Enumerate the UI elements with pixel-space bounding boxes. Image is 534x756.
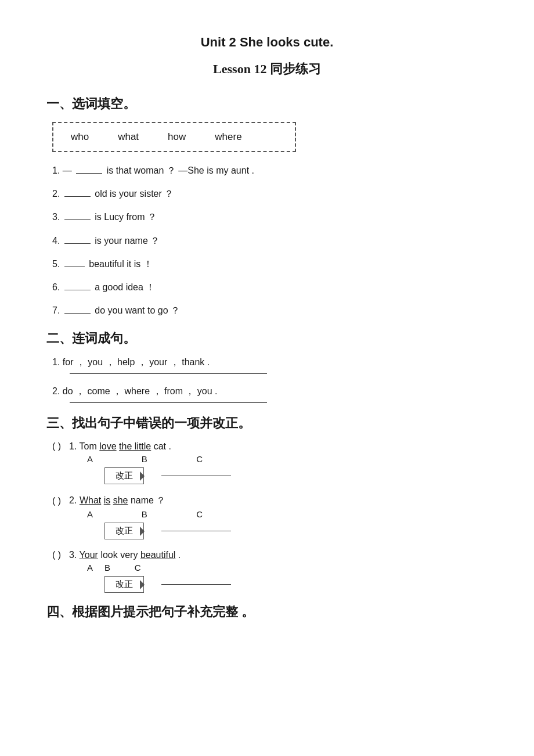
error-q1-paren[interactable]: ( ) <box>52 441 61 452</box>
error-q2-underline-a: What <box>80 495 101 505</box>
q7-num: 7. do you want to go ？ <box>52 305 180 315</box>
q6-num: 6. a good idea ！ <box>52 282 155 292</box>
q1-blank[interactable] <box>76 173 102 174</box>
q2-num: 2. old is your sister ？ <box>52 189 174 199</box>
error-q1-abc: A B C <box>87 454 488 464</box>
q1: 1. — is that woman ？ —She is my aunt . <box>52 163 488 178</box>
q4-num: 4. is your name ？ <box>52 236 160 246</box>
error-q1-correction: 改正 <box>104 467 488 484</box>
section3-heading: 三、找出句子中错误的一项并改正。 <box>46 415 488 432</box>
section4-heading: 四、根据图片提示把句子补充完整 。 <box>46 603 488 621</box>
s2-q2-num: 2. do ， come ， where ， from ， you . <box>52 386 218 396</box>
correction-answer-line-2[interactable] <box>161 531 231 531</box>
section2-heading: 二、连词成句。 <box>46 330 488 347</box>
error-q3-row: ( ) 3. Your look very beautiful . <box>52 550 488 560</box>
section1-questions: 1. — is that woman ？ —She is my aunt . 2… <box>52 163 488 318</box>
q3-blank[interactable] <box>64 219 91 220</box>
correction-box-2: 改正 <box>104 523 144 539</box>
s2-q1: 1. for ， you ， help ， your ， thank . <box>52 357 488 369</box>
error-q3: ( ) 3. Your look very beautiful . A B C … <box>52 550 488 593</box>
q1-num: 1. — is that woman ？ —She is my aunt . <box>52 165 254 175</box>
error-q2-row: ( ) 2. What is she name ？ <box>52 495 488 507</box>
q6-blank[interactable] <box>64 290 91 290</box>
q5-num: 5. beautiful it is ！ <box>52 259 153 269</box>
q2-blank[interactable] <box>64 196 91 197</box>
error-q3-text: 3. Your look very beautiful . <box>69 550 181 560</box>
error-q3-underline-a: Your <box>80 550 98 560</box>
word-where: where <box>215 131 241 143</box>
word-bank-row: who what how where <box>71 131 277 143</box>
error-q3-abc: A B C <box>87 563 488 573</box>
q3: 3. is Lucy from ？ <box>52 209 488 225</box>
error-q3-underline-c: beautiful <box>140 550 176 560</box>
word-bank: who what how where <box>52 122 296 152</box>
s2-q2-answer-line[interactable] <box>70 402 267 403</box>
s2-q2: 2. do ， come ， where ， from ， you . <box>52 386 488 398</box>
main-title: Unit 2 She looks cute. <box>46 35 488 50</box>
correction-answer-line-1[interactable] <box>161 476 231 476</box>
q5-blank[interactable] <box>64 267 85 267</box>
s2-q1-answer-line[interactable] <box>70 373 267 374</box>
error-q1-text: 1. Tom love the little cat . <box>69 441 171 452</box>
section3-questions: ( ) 1. Tom love the little cat . A B C 改… <box>52 441 488 593</box>
error-q3-paren[interactable]: ( ) <box>52 550 61 560</box>
correction-answer-line-3[interactable] <box>161 584 231 585</box>
error-q2-text: 2. What is she name ？ <box>69 495 165 507</box>
section2-questions: 1. for ， you ， help ， your ， thank . 2. … <box>52 357 488 403</box>
error-q3-b: very <box>120 550 138 560</box>
q7: 7. do you want to go ？ <box>52 303 488 318</box>
error-q2-paren[interactable]: ( ) <box>52 496 61 506</box>
q4: 4. is your name ？ <box>52 233 488 249</box>
q5: 5. beautiful it is ！ <box>52 256 488 272</box>
correction-box-3: 改正 <box>104 576 144 593</box>
word-how: how <box>168 131 186 143</box>
error-q2-underline-b: is <box>104 495 111 505</box>
q4-blank[interactable] <box>64 243 91 244</box>
section1-heading: 一、选词填空。 <box>46 95 488 113</box>
word-who: who <box>71 131 89 143</box>
error-q2-underline-c: she <box>113 495 128 505</box>
error-q1: ( ) 1. Tom love the little cat . A B C 改… <box>52 441 488 484</box>
word-what: what <box>118 131 139 143</box>
error-q2-correction: 改正 <box>104 523 488 539</box>
error-q3-correction: 改正 <box>104 576 488 593</box>
error-q1-underline-a: love <box>99 441 116 451</box>
correction-box-1: 改正 <box>104 467 144 484</box>
error-q2-abc: A B C <box>87 509 488 519</box>
q2: 2. old is your sister ？ <box>52 186 488 201</box>
error-q1-row: ( ) 1. Tom love the little cat . <box>52 441 488 452</box>
sub-title: Lesson 12 同步练习 <box>46 60 488 78</box>
q7-blank[interactable] <box>64 313 91 314</box>
error-q2: ( ) 2. What is she name ？ A B C 改正 <box>52 495 488 539</box>
s2-q1-num: 1. for ， you ， help ， your ， thank . <box>52 357 210 367</box>
error-q1-underline-b: the little <box>119 441 151 451</box>
q3-num: 3. is Lucy from ？ <box>52 212 157 222</box>
q6: 6. a good idea ！ <box>52 279 488 295</box>
